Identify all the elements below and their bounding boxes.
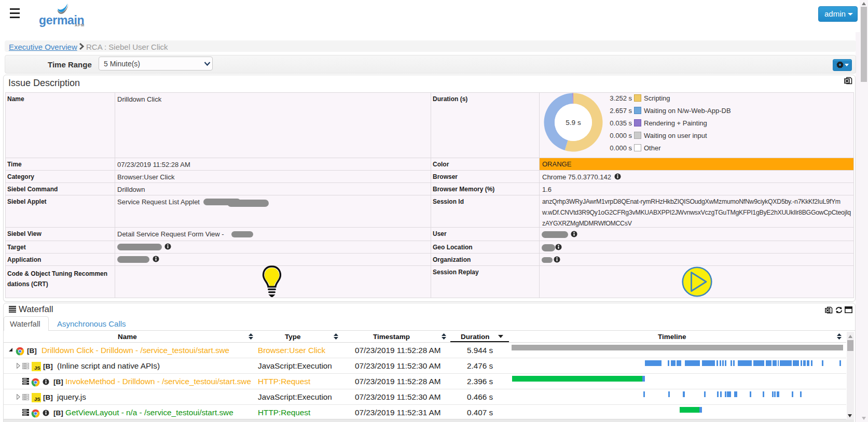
svg-text:5.9 s: 5.9 s bbox=[566, 119, 581, 126]
